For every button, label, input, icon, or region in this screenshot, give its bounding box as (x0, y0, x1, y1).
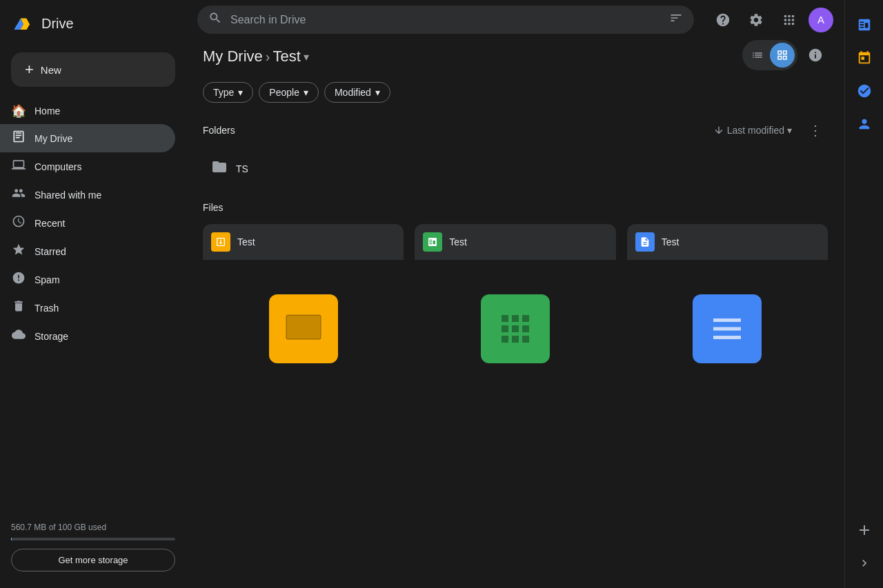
search-bar (197, 6, 694, 34)
people-filter-button[interactable]: People ▾ (259, 82, 319, 103)
grid-view-button[interactable] (770, 43, 795, 68)
info-button[interactable] (803, 43, 828, 68)
get-more-storage-button[interactable]: Get more storage (11, 549, 175, 571)
sidebar-item-starred[interactable]: Starred (0, 237, 175, 265)
modified-filter-button[interactable]: Modified ▾ (324, 82, 390, 103)
main-content: A My Drive › Test ▾ (186, 0, 844, 588)
sidebar-item-computers[interactable]: Computers (0, 152, 175, 181)
storage-icon (11, 327, 26, 345)
file-card-test-docs[interactable]: Test ⋮ (627, 224, 828, 398)
app-logo: Drive (0, 6, 186, 47)
topbar: A (186, 0, 844, 39)
storage-usage-text: 560.7 MB of 100 GB used (11, 523, 175, 532)
files-section-title: Files (203, 202, 224, 213)
slides-thumbnail-icon (269, 294, 338, 363)
sidebar-item-trash[interactable]: Trash (0, 294, 175, 322)
sidebar-nav: 🏠 Home My Drive Computers (0, 98, 186, 511)
sidebar-item-shared-with-me[interactable]: Shared with me (0, 181, 175, 209)
sidebar-item-trash-label: Trash (34, 303, 59, 314)
app-title: Drive (41, 16, 74, 32)
starred-icon (11, 243, 26, 260)
file-card-header-sheets: Test ⋮ (415, 224, 615, 260)
file-sheets-name: Test (449, 236, 581, 247)
sidebar-item-recent-label: Recent (34, 218, 65, 229)
svg-rect-0 (286, 315, 321, 339)
recent-icon (11, 214, 26, 232)
slides-type-icon (211, 232, 230, 252)
files-section-header: Files (203, 196, 828, 219)
sidebar-item-shared-label: Shared with me (34, 190, 101, 201)
new-button[interactable]: + New (11, 52, 175, 87)
sidebar-item-spam[interactable]: Spam (0, 265, 175, 294)
folders-section-controls: Last modified ▾ ⋮ (708, 119, 828, 141)
file-card-test-sheets[interactable]: Test ⋮ (415, 224, 615, 398)
my-drive-icon (11, 130, 26, 147)
sidebar-item-home-label: Home (34, 105, 60, 116)
file-slides-name: Test (237, 236, 369, 247)
sort-button[interactable]: Last modified ▾ (708, 122, 797, 139)
right-panel (844, 0, 883, 588)
home-icon: 🏠 (11, 103, 26, 119)
right-panel-tasks-button[interactable] (851, 77, 878, 105)
right-panel-add-button[interactable] (851, 516, 878, 544)
breadcrumb-dropdown-icon[interactable]: ▾ (304, 50, 309, 63)
topbar-actions: A (709, 6, 833, 34)
storage-bar-fill (11, 538, 12, 540)
sidebar-item-spam-label: Spam (34, 274, 60, 285)
folders-more-button[interactable]: ⋮ (803, 119, 828, 141)
sidebar-item-my-drive-label: My Drive (34, 133, 72, 144)
type-filter-label: Type (213, 87, 234, 98)
folder-icon (211, 159, 228, 179)
right-panel-calendar-button[interactable] (851, 44, 878, 72)
file-card-header-docs: Test ⋮ (627, 224, 828, 260)
list-view-button[interactable] (745, 43, 770, 68)
drive-logo-icon (11, 11, 36, 36)
help-button[interactable] (709, 6, 737, 34)
search-filter-icon[interactable] (669, 11, 683, 28)
storage-bar-background (11, 538, 175, 540)
file-docs-thumbnail (627, 260, 828, 398)
new-plus-icon: + (25, 62, 34, 77)
file-card-header-slides: Test ⋮ (203, 224, 404, 260)
sidebar-footer: 560.7 MB of 100 GB used Get more storage (0, 511, 186, 582)
breadcrumb-current-label[interactable]: Test (272, 48, 300, 65)
avatar[interactable]: A (808, 8, 833, 32)
right-panel-collapse-button[interactable] (851, 549, 878, 577)
file-slides-thumbnail (203, 260, 404, 398)
sidebar-item-storage[interactable]: Storage (0, 322, 175, 350)
modified-filter-label: Modified (335, 87, 371, 98)
settings-button[interactable] (742, 6, 770, 34)
right-panel-contacts-button[interactable] (851, 110, 878, 138)
filters-row: Type ▾ People ▾ Modified ▾ (203, 77, 828, 114)
sidebar-item-starred-label: Starred (34, 246, 66, 257)
modified-filter-chevron: ▾ (375, 87, 380, 98)
search-icon (208, 11, 222, 28)
folder-ts-name: TS (236, 163, 792, 174)
people-filter-label: People (269, 87, 299, 98)
sidebar-item-recent[interactable]: Recent (0, 209, 175, 237)
docs-thumbnail-icon (693, 294, 762, 363)
search-input[interactable] (230, 14, 661, 26)
file-card-test-slides[interactable]: Test ⋮ (203, 224, 404, 398)
right-panel-sheets-button[interactable] (851, 11, 878, 39)
folders-section-header: Folders Last modified ▾ ⋮ (203, 114, 828, 147)
type-filter-chevron: ▾ (238, 87, 243, 98)
sidebar: Drive + New 🏠 Home My Drive Computers (0, 0, 186, 588)
folder-item-ts[interactable]: TS ⋮ (203, 152, 828, 185)
sidebar-item-my-drive[interactable]: My Drive (0, 124, 175, 152)
trash-icon (11, 299, 26, 316)
sheets-type-icon (423, 232, 442, 252)
type-filter-button[interactable]: Type ▾ (203, 82, 253, 103)
apps-button[interactable] (775, 6, 803, 34)
sidebar-item-storage-label: Storage (34, 331, 68, 342)
breadcrumb-current: Test ▾ (272, 48, 308, 65)
sheets-thumbnail-icon (481, 294, 550, 363)
view-toggle (742, 40, 797, 70)
breadcrumb-parent[interactable]: My Drive (203, 48, 263, 65)
shared-icon (11, 186, 26, 203)
sort-label: Last modified (727, 125, 784, 136)
new-button-label: New (41, 64, 61, 76)
computers-icon (11, 158, 26, 175)
folders-section-title: Folders (203, 125, 235, 136)
sidebar-item-home[interactable]: 🏠 Home (0, 98, 175, 124)
